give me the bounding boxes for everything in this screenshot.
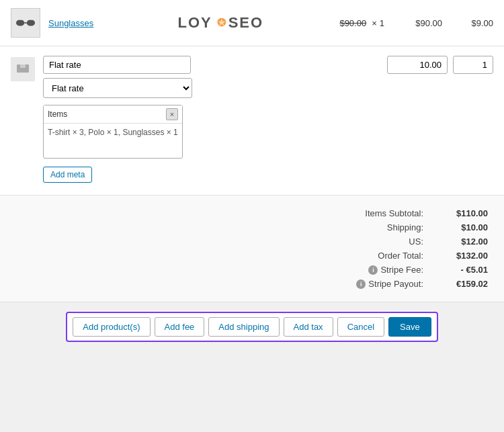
add-meta-button[interactable]: Add meta bbox=[43, 167, 92, 183]
meta-area: Items × T-shirt × 3, Polo × 1, Sunglasse… bbox=[43, 105, 379, 159]
us-value: $12.00 bbox=[434, 236, 488, 247]
sunglasses-icon bbox=[16, 17, 35, 29]
logo-star-icon bbox=[213, 15, 228, 30]
meta-label: Items bbox=[48, 110, 67, 119]
product-qty: 1 bbox=[380, 18, 384, 28]
shipping-icon bbox=[11, 57, 35, 81]
shipping-row: Flat rate Items × T-shirt × 3, Polo × 1,… bbox=[0, 46, 504, 196]
meta-box-content: T-shirt × 3, Polo × 1, Sunglasses × 1 bbox=[44, 124, 182, 158]
order-total-row: Order Total: $132.00 bbox=[286, 249, 488, 263]
shipping-amount-input[interactable] bbox=[387, 56, 448, 74]
order-total-label: Order Total: bbox=[286, 251, 434, 261]
stripe-payout-value: €159.02 bbox=[434, 279, 488, 289]
shipping-total-row: Shipping: $10.00 bbox=[286, 220, 488, 234]
items-subtotal-row: Items Subtotal: $110.00 bbox=[286, 206, 488, 220]
shipping-amounts-row bbox=[387, 56, 493, 74]
product-thumbnail bbox=[11, 8, 40, 38]
logo: LOY SEO bbox=[101, 14, 339, 32]
stripe-payout-row: i Stripe Payout: €159.02 bbox=[286, 277, 488, 291]
save-button[interactable]: Save bbox=[388, 317, 431, 337]
meta-box-header: Items × bbox=[44, 105, 182, 124]
add-tax-button[interactable]: Add tax bbox=[284, 317, 333, 337]
meta-remove-button[interactable]: × bbox=[166, 108, 178, 120]
items-subtotal-label: Items Subtotal: bbox=[286, 208, 434, 218]
product-original-price: $90.00 bbox=[339, 18, 366, 28]
product-price: $90.00 bbox=[395, 18, 442, 28]
shipping-qty-input[interactable] bbox=[453, 56, 493, 74]
package-icon bbox=[15, 63, 30, 75]
stripe-fee-value: - €5.01 bbox=[434, 265, 488, 275]
stripe-payout-label: i Stripe Payout: bbox=[286, 279, 434, 289]
stripe-fee-label: i Stripe Fee: bbox=[286, 265, 434, 275]
svg-rect-3 bbox=[16, 22, 17, 24]
shipping-total-value: $10.00 bbox=[434, 222, 488, 232]
svg-rect-1 bbox=[27, 20, 35, 26]
shipping-name-input[interactable] bbox=[43, 56, 191, 74]
items-subtotal-value: $110.00 bbox=[434, 208, 488, 218]
logo-loy-text: LOY bbox=[177, 14, 212, 32]
shipping-total-label: Shipping: bbox=[286, 222, 434, 232]
shipping-fields: Flat rate Items × T-shirt × 3, Polo × 1,… bbox=[43, 56, 379, 183]
svg-rect-2 bbox=[24, 22, 27, 24]
us-label: US: bbox=[286, 236, 434, 247]
us-row: US: $12.00 bbox=[286, 234, 488, 249]
totals-section: Items Subtotal: $110.00 Shipping: $10.00… bbox=[0, 196, 504, 302]
add-products-button[interactable]: Add product(s) bbox=[73, 317, 150, 337]
order-total-value: $132.00 bbox=[434, 251, 488, 261]
product-row: Sunglasses LOY SEO $90.00 × 1 $90.00 $9.… bbox=[0, 0, 504, 46]
action-buttons-group: Add product(s) Add fee Add shipping Add … bbox=[66, 312, 437, 342]
cancel-button[interactable]: Cancel bbox=[337, 317, 384, 337]
svg-rect-0 bbox=[16, 20, 24, 26]
product-name-link[interactable]: Sunglasses bbox=[48, 18, 93, 28]
logo-seo-text: SEO bbox=[228, 14, 263, 32]
stripe-fee-info-icon: i bbox=[368, 265, 378, 275]
product-qty-x: × bbox=[372, 18, 377, 28]
meta-box: Items × T-shirt × 3, Polo × 1, Sunglasse… bbox=[43, 105, 183, 159]
svg-rect-4 bbox=[34, 22, 35, 24]
stripe-payout-info-icon: i bbox=[356, 279, 366, 289]
shipping-method-select[interactable]: Flat rate bbox=[43, 78, 192, 98]
add-shipping-button[interactable]: Add shipping bbox=[208, 317, 279, 337]
stripe-fee-row: i Stripe Fee: - €5.01 bbox=[286, 263, 488, 277]
add-fee-button[interactable]: Add fee bbox=[155, 317, 205, 337]
action-bar: Add product(s) Add fee Add shipping Add … bbox=[0, 302, 504, 351]
product-total: $9.00 bbox=[453, 18, 493, 28]
svg-rect-8 bbox=[20, 64, 26, 68]
